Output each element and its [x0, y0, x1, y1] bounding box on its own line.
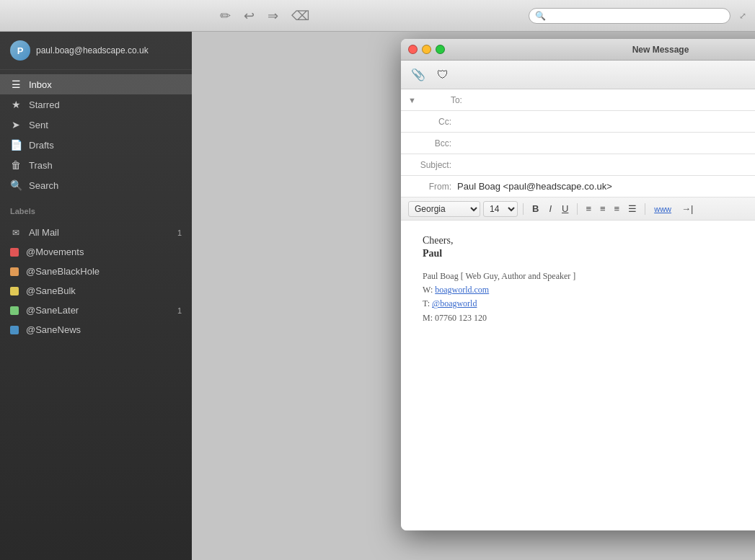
trash-folder-icon: 🗑 [10, 159, 22, 171]
bcc-label: Bcc: [408, 138, 451, 148]
movements-dot [10, 248, 19, 257]
sidebar-item-label: Drafts [29, 140, 54, 151]
label-sanelater[interactable]: @SaneLater 1 [0, 301, 192, 320]
reply-icon[interactable]: ↩ [244, 8, 255, 24]
bold-button[interactable]: B [529, 202, 542, 215]
main-layout: P paul.boag@headscape.co.uk ☰ Inbox ★ St… [0, 32, 755, 560]
labels-section-header: Labels [0, 200, 192, 218]
search-nav-icon: 🔍 [10, 179, 22, 191]
sidebar-item-sent[interactable]: ➤ Sent [0, 115, 192, 135]
subject-input[interactable] [457, 159, 755, 170]
signature-name: Paul [423, 248, 755, 259]
sidebar-item-label: Trash [29, 160, 53, 171]
label-name: @SaneBlackHole [26, 266, 100, 277]
star-icon: ★ [10, 99, 22, 110]
compose-window: New Message 📎 🛡 Save Send ▼ To: [401, 39, 755, 530]
indent-button[interactable]: →| [678, 202, 697, 215]
to-expand-arrow[interactable]: ▼ [408, 96, 416, 105]
mobile-label: M: [423, 313, 433, 323]
font-size-select[interactable]: 14 [483, 201, 518, 217]
twitter-label: T: [423, 298, 430, 308]
font-family-select[interactable]: Georgia [408, 201, 480, 217]
underline-button[interactable]: U [558, 202, 572, 215]
attach-button[interactable]: 📎 [408, 65, 428, 84]
sidebar-item-label: Search [29, 180, 58, 191]
label-name: All Mail [29, 227, 59, 238]
cc-input[interactable] [457, 116, 755, 127]
signature-bio: Paul Boag [ Web Guy, Author and Speaker … [423, 270, 755, 283]
account-header: P paul.boag@headscape.co.uk [0, 32, 192, 70]
label-name: @SaneBulk [26, 285, 76, 296]
website-label: W: [423, 285, 433, 295]
sanebulk-dot [10, 287, 19, 295]
align-right-button[interactable]: ≡ [611, 202, 623, 215]
link-button[interactable]: www [650, 203, 675, 215]
email-fields: ▼ To: Cc: Bcc: Subject: From: [401, 89, 755, 197]
mobile-value: 07760 123 120 [435, 313, 487, 323]
sent-icon: ➤ [10, 119, 22, 130]
search-input[interactable] [549, 11, 724, 21]
to-row: ▼ To: [401, 89, 755, 111]
sidebar-item-search[interactable]: 🔍 Search [0, 175, 192, 195]
sanelater-dot [10, 306, 19, 315]
to-label: To: [419, 95, 462, 105]
content-area: New Message 📎 🛡 Save Send ▼ To: [192, 32, 755, 560]
from-row: From: Paul Boag <paul@headscape.co.uk> ⬍ [401, 176, 755, 197]
compose-icon[interactable]: ✏ [220, 8, 231, 24]
signature-mobile: M: 07760 123 120 [423, 311, 755, 325]
window-titlebar: New Message [401, 39, 755, 61]
search-bar[interactable]: 🔍 [529, 8, 730, 24]
twitter-link[interactable]: @boagworld [432, 298, 477, 308]
website-link[interactable]: boagworld.com [435, 285, 489, 295]
trash-icon[interactable]: ⌫ [291, 8, 309, 24]
minimize-button[interactable] [422, 45, 431, 54]
label-movements[interactable]: @Movements [0, 242, 192, 262]
align-center-button[interactable]: ≡ [597, 202, 609, 215]
window-controls [408, 45, 445, 54]
sidebar-item-inbox[interactable]: ☰ Inbox [0, 74, 192, 94]
label-name: @SaneLater [26, 305, 79, 316]
close-button[interactable] [408, 45, 418, 54]
to-input[interactable] [468, 94, 755, 105]
sidebar-item-label: Inbox [29, 79, 52, 90]
list-button[interactable]: ☰ [625, 202, 640, 215]
security-button[interactable]: 🛡 [434, 66, 451, 84]
signature-greeting: Cheers, [423, 235, 755, 246]
compose-body[interactable]: Cheers, Paul Paul Boag [ Web Guy, Author… [401, 221, 755, 530]
forward-icon[interactable]: ⇒ [268, 8, 278, 24]
format-separator-1 [523, 203, 524, 215]
from-label: From: [408, 182, 451, 192]
label-saneblackhole[interactable]: @SaneBlackHole [0, 262, 192, 281]
cc-label: Cc: [408, 117, 451, 127]
from-select[interactable]: Paul Boag <paul@headscape.co.uk> [457, 181, 755, 192]
label-name: @Movements [26, 246, 84, 257]
maximize-button[interactable] [436, 45, 445, 54]
sanenews-dot [10, 326, 19, 334]
saneblackhole-dot [10, 267, 19, 276]
drafts-icon: 📄 [10, 139, 22, 151]
main-toolbar: ✏ ↩ ⇒ ⌫ 🔍 ⤢ [0, 0, 755, 32]
label-name: @SaneNews [26, 324, 81, 335]
bcc-row: Bcc: [401, 133, 755, 154]
format-toolbar: Georgia 14 B I U ≡ ≡ ≡ ☰ www →| [401, 197, 755, 221]
avatar: P [10, 40, 30, 61]
bcc-input[interactable] [457, 138, 755, 148]
toolbar-actions: ✏ ↩ ⇒ ⌫ [9, 8, 520, 24]
window-title: New Message [632, 45, 689, 55]
all-mail-icon: ✉ [10, 228, 22, 238]
format-separator-3 [645, 203, 645, 215]
inbox-icon: ☰ [10, 79, 22, 90]
sidebar-item-label: Starred [29, 99, 60, 110]
label-sanebulk[interactable]: @SaneBulk [0, 281, 192, 301]
sidebar-item-starred[interactable]: ★ Starred [0, 94, 192, 115]
italic-button[interactable]: I [545, 202, 555, 215]
align-left-button[interactable]: ≡ [583, 202, 594, 215]
sidebar-item-trash[interactable]: 🗑 Trash [0, 155, 192, 175]
signature-website: W: boagworld.com [423, 283, 755, 297]
sidebar-item-drafts[interactable]: 📄 Drafts [0, 135, 192, 155]
compose-toolbar: 📎 🛡 Save Send [401, 61, 755, 89]
label-all-mail[interactable]: ✉ All Mail 1 [0, 223, 192, 242]
account-email: paul.boag@headscape.co.uk [36, 45, 149, 55]
label-sanenews[interactable]: @SaneNews [0, 320, 192, 339]
sidebar: P paul.boag@headscape.co.uk ☰ Inbox ★ St… [0, 32, 192, 560]
